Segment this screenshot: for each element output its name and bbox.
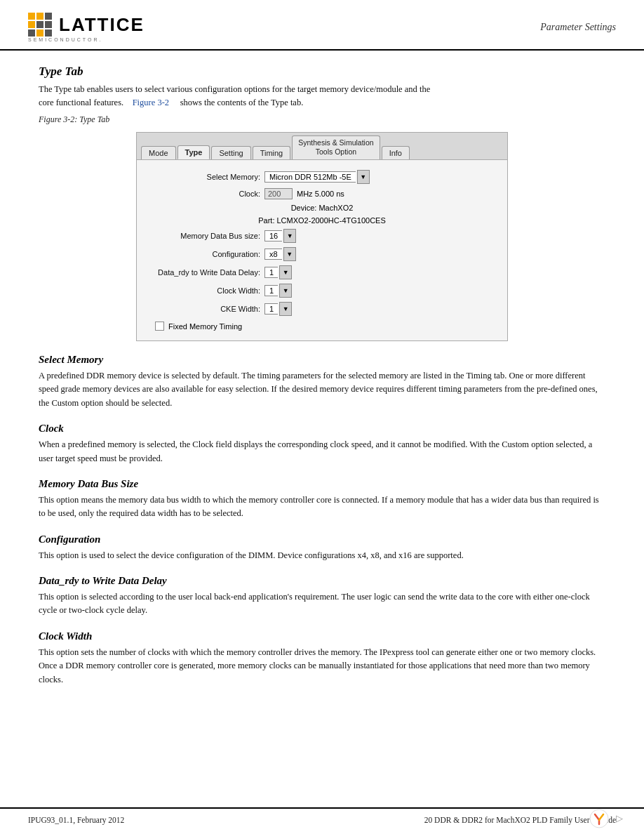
memory-bus-section-title: Memory Data Bus Size [39, 478, 605, 490]
select-memory-arrow[interactable]: ▼ [357, 170, 370, 184]
config-label: Configuration: [148, 250, 260, 258]
part-label: Part: LCMXO2-2000HC-4TG100CES [258, 216, 386, 225]
logo-grid-icon [28, 13, 52, 37]
tab-synthesis[interactable]: Synthesis & SimulationTools Option [292, 135, 380, 159]
cke-width-value[interactable]: 1 [264, 303, 278, 315]
data-rdy-body: This option is selected according to the… [39, 590, 605, 618]
memory-bus-value[interactable]: 16 [264, 230, 282, 241]
tab-setting[interactable]: Setting [211, 146, 250, 159]
footer-left: IPUG93_01.1, February 2012 [28, 816, 124, 824]
dialog-tabs: Mode Type Setting Timing Synthesis & Sim… [137, 133, 507, 160]
tab-timing[interactable]: Timing [253, 146, 291, 159]
fixed-timing-checkbox[interactable] [155, 322, 164, 331]
cke-width-row: CKE Width: 1 ▼ [148, 302, 496, 316]
cke-width-label: CKE Width: [148, 305, 260, 313]
clock-width-body: This option sets the number of clocks wi… [39, 646, 605, 687]
fixed-timing-row: Fixed Memory Timing [155, 322, 496, 331]
config-row: Configuration: x8 ▼ [148, 247, 496, 261]
select-memory-row: Select Memory: Micron DDR 512Mb -5E ▼ [148, 170, 496, 184]
clock-width-label: Clock Width: [148, 286, 260, 295]
config-body: This option is used to select the device… [39, 549, 605, 562]
page-section-title: Type Tab [39, 65, 605, 79]
data-rdy-value[interactable]: 1 [264, 267, 278, 278]
clock-row: Clock: 200 MHz 5.000 ns [148, 188, 496, 199]
select-memory-section-title: Select Memory [39, 354, 605, 366]
clock-control: 200 MHz 5.000 ns [264, 188, 344, 199]
data-rdy-control[interactable]: 1 ▼ [264, 265, 292, 279]
figure-link[interactable]: Figure 3-2 [133, 98, 169, 107]
tab-info[interactable]: Info [382, 146, 410, 159]
data-rdy-arrow[interactable]: ▼ [279, 265, 292, 279]
intro-text-2: core functional features. [39, 98, 123, 107]
tab-type[interactable]: Type [177, 145, 210, 159]
config-section-title: Configuration [39, 534, 605, 545]
dialog-body: Select Memory: Micron DDR 512Mb -5E ▼ Cl… [137, 160, 507, 340]
clock-label: Clock: [148, 190, 260, 198]
device-row: Device: MachXO2 [148, 204, 496, 212]
intro-text-1: The Type tab enables users to select var… [39, 84, 430, 94]
logo-subtitle: SEMICONDUCTOR. [28, 37, 102, 42]
clock-body: When a predefined memory is selected, th… [39, 438, 605, 465]
config-value[interactable]: x8 [264, 249, 282, 260]
cke-width-arrow[interactable]: ▼ [279, 302, 292, 316]
header-title: Parameter Settings [540, 22, 616, 33]
fixed-timing-label: Fixed Memory Timing [168, 322, 242, 331]
footer-right: 20 DDR & DDR2 for MachXO2 PLD Family Use… [424, 816, 616, 824]
logo-name: LATTICE [59, 14, 145, 36]
clock-width-section-title: Clock Width [39, 630, 605, 642]
clock-width-value[interactable]: 1 [264, 285, 278, 296]
logo-container: LATTICE SEMICONDUCTOR. [28, 13, 145, 42]
figure-caption: Figure 3-2: Type Tab [39, 114, 605, 125]
part-row: Part: LCMXO2-2000HC-4TG100CES [148, 216, 496, 225]
data-rdy-section-title: Data_rdy to Write Data Delay [39, 575, 605, 587]
clock-width-control[interactable]: 1 ▼ [264, 284, 292, 298]
page-footer: IPUG93_01.1, February 2012 20 DDR & DDR2… [0, 807, 644, 834]
clock-width-row: Clock Width: 1 ▼ [148, 284, 496, 298]
select-memory-label: Select Memory: [148, 173, 260, 181]
memory-bus-control[interactable]: 16 ▼ [264, 229, 296, 243]
logo: LATTICE [28, 13, 145, 37]
intro-paragraph: The Type tab enables users to select var… [39, 83, 605, 110]
bottom-right-controls: ▷ [589, 809, 623, 828]
main-content: Type Tab The Type tab enables users to s… [0, 51, 644, 712]
intro-text-3: shows the contents of the Type tab. [180, 98, 304, 107]
memory-bus-arrow[interactable]: ▼ [283, 229, 296, 243]
cke-width-control[interactable]: 1 ▼ [264, 302, 292, 316]
select-memory-control[interactable]: Micron DDR 512Mb -5E ▼ [264, 170, 370, 184]
dialog-box: Mode Type Setting Timing Synthesis & Sim… [136, 132, 508, 341]
select-memory-value[interactable]: Micron DDR 512Mb -5E [264, 171, 356, 183]
y-brand-icon [589, 809, 609, 828]
config-arrow[interactable]: ▼ [283, 247, 296, 261]
clock-width-arrow[interactable]: ▼ [279, 284, 292, 298]
page-header: LATTICE SEMICONDUCTOR. Parameter Setting… [0, 0, 644, 51]
device-label: Device: MachXO2 [291, 204, 354, 212]
tab-mode[interactable]: Mode [141, 146, 176, 159]
memory-bus-label: Memory Data Bus size: [148, 232, 260, 240]
clock-unit: MHz 5.000 ns [297, 190, 344, 198]
figure-dialog-wrapper: Mode Type Setting Timing Synthesis & Sim… [39, 132, 605, 341]
select-memory-body: A predefined DDR memory device is select… [39, 369, 605, 410]
data-rdy-row: Data_rdy to Write Data Delay: 1 ▼ [148, 265, 496, 279]
memory-bus-row: Memory Data Bus size: 16 ▼ [148, 229, 496, 243]
memory-bus-body: This option means the memory data bus wi… [39, 494, 605, 521]
clock-section-title: Clock [39, 423, 605, 435]
data-rdy-label: Data_rdy to Write Data Delay: [148, 268, 260, 277]
config-control[interactable]: x8 ▼ [264, 247, 296, 261]
nav-next-arrow[interactable]: ▷ [616, 813, 623, 824]
clock-value[interactable]: 200 [264, 188, 293, 199]
